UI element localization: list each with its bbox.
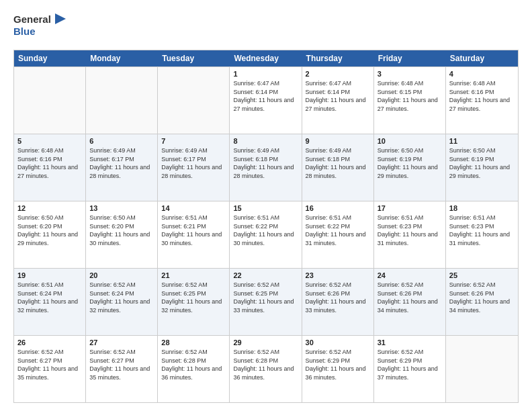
calendar-cell: 30Sunrise: 6:52 AM Sunset: 6:29 PM Dayli… <box>302 336 374 402</box>
calendar-cell: 2Sunrise: 6:47 AM Sunset: 6:14 PM Daylig… <box>302 67 374 134</box>
day-detail: Sunrise: 6:52 AM Sunset: 6:28 PM Dayligh… <box>161 348 226 381</box>
calendar-cell: 26Sunrise: 6:52 AM Sunset: 6:27 PM Dayli… <box>14 336 86 402</box>
day-number: 2 <box>306 70 370 78</box>
calendar-cell <box>86 67 158 134</box>
day-detail: Sunrise: 6:51 AM Sunset: 6:22 PM Dayligh… <box>233 214 298 247</box>
calendar-cell: 4Sunrise: 6:48 AM Sunset: 6:16 PM Daylig… <box>446 67 518 134</box>
calendar-cell: 20Sunrise: 6:52 AM Sunset: 6:24 PM Dayli… <box>86 269 158 335</box>
calendar-cell: 25Sunrise: 6:52 AM Sunset: 6:26 PM Dayli… <box>446 269 518 335</box>
page: General Blue SundayMondayTuesdayWednesda… <box>0 0 532 411</box>
day-detail: Sunrise: 6:48 AM Sunset: 6:16 PM Dayligh… <box>449 79 515 113</box>
calendar-cell: 19Sunrise: 6:51 AM Sunset: 6:24 PM Dayli… <box>14 269 86 335</box>
day-number: 26 <box>17 338 82 347</box>
weekday-header: Thursday <box>302 50 374 66</box>
day-detail: Sunrise: 6:50 AM Sunset: 6:19 PM Dayligh… <box>378 146 442 180</box>
day-number: 1 <box>233 70 298 78</box>
day-number: 6 <box>89 137 154 145</box>
day-detail: Sunrise: 6:47 AM Sunset: 6:14 PM Dayligh… <box>233 79 298 113</box>
day-detail: Sunrise: 6:52 AM Sunset: 6:25 PM Dayligh… <box>161 281 226 314</box>
day-detail: Sunrise: 6:50 AM Sunset: 6:20 PM Dayligh… <box>17 214 82 247</box>
calendar-cell: 28Sunrise: 6:52 AM Sunset: 6:28 PM Dayli… <box>158 336 230 402</box>
day-number: 17 <box>378 204 442 212</box>
day-number: 28 <box>161 338 226 347</box>
calendar-cell: 23Sunrise: 6:52 AM Sunset: 6:26 PM Dayli… <box>302 269 374 335</box>
calendar-cell <box>446 336 518 402</box>
day-number: 27 <box>89 338 154 347</box>
calendar-body: 1Sunrise: 6:47 AM Sunset: 6:14 PM Daylig… <box>14 66 518 402</box>
logo-area: General Blue <box>13 11 71 43</box>
day-detail: Sunrise: 6:48 AM Sunset: 6:16 PM Dayligh… <box>17 146 82 180</box>
calendar-cell: 18Sunrise: 6:51 AM Sunset: 6:23 PM Dayli… <box>446 201 518 268</box>
calendar-row: 5Sunrise: 6:48 AM Sunset: 6:16 PM Daylig… <box>14 134 518 201</box>
day-detail: Sunrise: 6:52 AM Sunset: 6:28 PM Dayligh… <box>233 348 298 381</box>
calendar-cell: 21Sunrise: 6:52 AM Sunset: 6:25 PM Dayli… <box>158 269 230 335</box>
day-number: 12 <box>17 204 82 212</box>
calendar-row: 19Sunrise: 6:51 AM Sunset: 6:24 PM Dayli… <box>14 268 518 335</box>
calendar-cell: 11Sunrise: 6:50 AM Sunset: 6:19 PM Dayli… <box>446 134 518 201</box>
calendar-cell: 1Sunrise: 6:47 AM Sunset: 6:14 PM Daylig… <box>230 67 302 134</box>
day-detail: Sunrise: 6:51 AM Sunset: 6:22 PM Dayligh… <box>306 214 370 247</box>
calendar-cell: 5Sunrise: 6:48 AM Sunset: 6:16 PM Daylig… <box>14 134 86 201</box>
calendar-cell: 10Sunrise: 6:50 AM Sunset: 6:19 PM Dayli… <box>374 134 446 201</box>
day-number: 5 <box>17 137 82 145</box>
calendar-cell: 14Sunrise: 6:51 AM Sunset: 6:21 PM Dayli… <box>158 201 230 268</box>
day-number: 29 <box>233 338 298 347</box>
day-number: 14 <box>161 204 226 212</box>
day-number: 11 <box>449 137 515 145</box>
day-number: 7 <box>161 137 226 145</box>
day-detail: Sunrise: 6:49 AM Sunset: 6:18 PM Dayligh… <box>306 146 370 180</box>
day-number: 13 <box>89 204 154 212</box>
day-detail: Sunrise: 6:52 AM Sunset: 6:25 PM Dayligh… <box>233 281 298 314</box>
day-detail: Sunrise: 6:52 AM Sunset: 6:29 PM Dayligh… <box>378 348 442 381</box>
day-number: 16 <box>306 204 370 212</box>
calendar-cell: 22Sunrise: 6:52 AM Sunset: 6:25 PM Dayli… <box>230 269 302 335</box>
day-number: 15 <box>233 204 298 212</box>
calendar-cell: 7Sunrise: 6:49 AM Sunset: 6:17 PM Daylig… <box>158 134 230 201</box>
calendar-cell: 3Sunrise: 6:48 AM Sunset: 6:15 PM Daylig… <box>374 67 446 134</box>
day-number: 20 <box>89 271 154 279</box>
weekday-header: Friday <box>374 50 446 66</box>
day-detail: Sunrise: 6:48 AM Sunset: 6:15 PM Dayligh… <box>378 79 442 113</box>
day-number: 10 <box>378 137 442 145</box>
day-detail: Sunrise: 6:51 AM Sunset: 6:24 PM Dayligh… <box>17 281 82 314</box>
day-number: 3 <box>378 70 442 78</box>
calendar-cell <box>14 67 86 134</box>
day-number: 4 <box>449 70 515 78</box>
calendar: SundayMondayTuesdayWednesdayThursdayFrid… <box>13 50 519 403</box>
day-detail: Sunrise: 6:51 AM Sunset: 6:21 PM Dayligh… <box>161 214 226 247</box>
day-detail: Sunrise: 6:49 AM Sunset: 6:17 PM Dayligh… <box>161 146 226 180</box>
day-number: 24 <box>378 271 442 279</box>
calendar-cell: 8Sunrise: 6:49 AM Sunset: 6:18 PM Daylig… <box>230 134 302 201</box>
day-detail: Sunrise: 6:52 AM Sunset: 6:27 PM Dayligh… <box>89 348 154 381</box>
day-number: 21 <box>161 271 226 279</box>
weekday-header: Saturday <box>446 50 518 66</box>
logo: General Blue <box>13 11 71 43</box>
calendar-row: 1Sunrise: 6:47 AM Sunset: 6:14 PM Daylig… <box>14 66 518 134</box>
day-detail: Sunrise: 6:47 AM Sunset: 6:14 PM Dayligh… <box>306 79 370 113</box>
day-detail: Sunrise: 6:52 AM Sunset: 6:24 PM Dayligh… <box>89 281 154 314</box>
calendar-cell: 16Sunrise: 6:51 AM Sunset: 6:22 PM Dayli… <box>302 201 374 268</box>
svg-text:Blue: Blue <box>13 26 36 37</box>
calendar-cell: 9Sunrise: 6:49 AM Sunset: 6:18 PM Daylig… <box>302 134 374 201</box>
calendar-row: 12Sunrise: 6:50 AM Sunset: 6:20 PM Dayli… <box>14 201 518 268</box>
calendar-header: SundayMondayTuesdayWednesdayThursdayFrid… <box>14 50 518 66</box>
day-number: 30 <box>306 338 370 347</box>
calendar-row: 26Sunrise: 6:52 AM Sunset: 6:27 PM Dayli… <box>14 335 518 402</box>
calendar-cell: 17Sunrise: 6:51 AM Sunset: 6:23 PM Dayli… <box>374 201 446 268</box>
weekday-header: Wednesday <box>230 50 302 66</box>
day-number: 19 <box>17 271 82 279</box>
calendar-cell: 15Sunrise: 6:51 AM Sunset: 6:22 PM Dayli… <box>230 201 302 268</box>
day-detail: Sunrise: 6:52 AM Sunset: 6:26 PM Dayligh… <box>306 281 370 314</box>
calendar-cell: 13Sunrise: 6:50 AM Sunset: 6:20 PM Dayli… <box>86 201 158 268</box>
day-detail: Sunrise: 6:50 AM Sunset: 6:19 PM Dayligh… <box>449 146 515 180</box>
weekday-header: Tuesday <box>158 50 230 66</box>
logo-svg: General Blue <box>13 11 71 40</box>
day-detail: Sunrise: 6:52 AM Sunset: 6:27 PM Dayligh… <box>17 348 82 381</box>
day-detail: Sunrise: 6:52 AM Sunset: 6:26 PM Dayligh… <box>449 281 515 314</box>
day-number: 18 <box>449 204 515 212</box>
day-detail: Sunrise: 6:51 AM Sunset: 6:23 PM Dayligh… <box>378 214 442 247</box>
day-number: 8 <box>233 137 298 145</box>
day-number: 25 <box>449 271 515 279</box>
day-number: 9 <box>306 137 370 145</box>
weekday-header: Monday <box>86 50 158 66</box>
